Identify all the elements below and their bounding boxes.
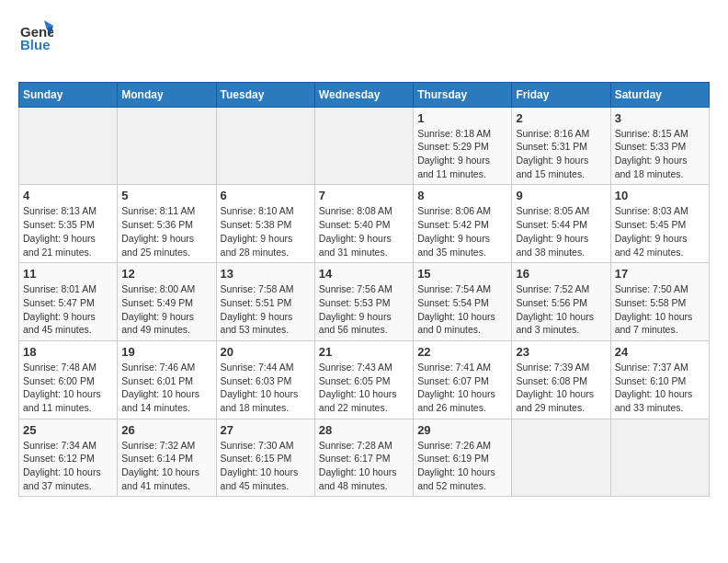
day-info: Sunrise: 7:28 AMSunset: 6:17 PMDaylight:… [319,439,409,493]
day-info: Sunrise: 8:03 AMSunset: 5:45 PMDaylight:… [615,204,705,259]
day-number: 10 [615,189,705,202]
day-info: Sunrise: 8:16 AMSunset: 5:31 PMDaylight:… [516,127,606,181]
calendar-day-cell [610,419,709,497]
day-info: Sunrise: 8:15 AMSunset: 5:33 PMDaylight:… [615,127,705,181]
day-info: Sunrise: 7:26 AMSunset: 6:19 PMDaylight:… [417,439,507,493]
day-number: 9 [516,189,606,202]
day-number: 18 [23,345,113,359]
calendar-day-cell: 22Sunrise: 7:41 AMSunset: 6:07 PMDayligh… [414,340,512,419]
day-number: 23 [516,345,606,359]
day-info: Sunrise: 7:30 AMSunset: 6:15 PMDaylight:… [221,439,311,493]
calendar-day-cell [118,107,216,185]
day-info: Sunrise: 7:48 AMSunset: 6:00 PMDaylight:… [23,361,113,415]
day-info: Sunrise: 8:06 AMSunset: 5:42 PMDaylight:… [417,204,507,259]
day-info: Sunrise: 8:05 AMSunset: 5:44 PMDaylight:… [516,204,606,259]
day-info: Sunrise: 7:58 AMSunset: 5:51 PMDaylight:… [221,282,311,337]
calendar-day-cell: 25Sunrise: 7:34 AMSunset: 6:12 PMDayligh… [19,419,118,497]
day-info: Sunrise: 7:50 AMSunset: 5:58 PMDaylight:… [615,282,705,337]
day-info: Sunrise: 7:43 AMSunset: 6:05 PMDaylight:… [319,361,409,415]
calendar-day-cell: 11Sunrise: 8:01 AMSunset: 5:47 PMDayligh… [19,263,118,341]
day-number: 16 [516,267,606,281]
day-number: 4 [23,189,113,202]
calendar-day-cell: 1Sunrise: 8:18 AMSunset: 5:29 PMDaylight… [414,107,512,185]
calendar-day-cell: 9Sunrise: 8:05 AMSunset: 5:44 PMDaylight… [512,185,610,263]
calendar-day-cell [314,107,413,185]
calendar-day-cell: 18Sunrise: 7:48 AMSunset: 6:00 PMDayligh… [19,340,118,419]
day-info: Sunrise: 7:37 AMSunset: 6:10 PMDaylight:… [615,361,705,415]
calendar-day-cell: 4Sunrise: 8:13 AMSunset: 5:35 PMDaylight… [19,185,118,263]
calendar-day-cell: 8Sunrise: 8:06 AMSunset: 5:42 PMDaylight… [414,185,512,263]
calendar-day-cell: 13Sunrise: 7:58 AMSunset: 5:51 PMDayligh… [216,263,314,341]
logo-icon: General Blue [18,18,53,53]
day-info: Sunrise: 7:56 AMSunset: 5:53 PMDaylight:… [319,282,409,337]
calendar-day-cell: 23Sunrise: 7:39 AMSunset: 6:08 PMDayligh… [512,340,610,419]
day-number: 12 [121,267,211,281]
day-number: 14 [319,267,409,281]
day-info: Sunrise: 8:18 AMSunset: 5:29 PMDaylight:… [417,127,507,181]
day-info: Sunrise: 7:46 AMSunset: 6:01 PMDaylight:… [121,361,211,415]
day-number: 19 [121,345,211,359]
day-info: Sunrise: 8:13 AMSunset: 5:35 PMDaylight:… [23,204,113,259]
calendar-day-cell: 16Sunrise: 7:52 AMSunset: 5:56 PMDayligh… [512,263,610,341]
day-number: 15 [417,267,507,281]
day-info: Sunrise: 8:11 AMSunset: 5:36 PMDaylight:… [121,204,211,259]
day-number: 26 [121,423,211,437]
calendar-day-cell: 28Sunrise: 7:28 AMSunset: 6:17 PMDayligh… [314,419,413,497]
day-of-week-header: Sunday [19,82,118,107]
calendar-day-cell: 10Sunrise: 8:03 AMSunset: 5:45 PMDayligh… [610,185,709,263]
day-number: 2 [516,111,606,125]
day-info: Sunrise: 8:00 AMSunset: 5:49 PMDaylight:… [121,282,211,337]
calendar-day-cell [19,107,118,185]
day-number: 25 [23,423,113,437]
calendar-header-row: SundayMondayTuesdayWednesdayThursdayFrid… [19,82,710,107]
calendar-day-cell: 15Sunrise: 7:54 AMSunset: 5:54 PMDayligh… [414,263,512,341]
calendar-day-cell [216,107,314,185]
day-info: Sunrise: 7:54 AMSunset: 5:54 PMDaylight:… [417,282,507,337]
calendar-day-cell: 7Sunrise: 8:08 AMSunset: 5:40 PMDaylight… [314,185,413,263]
day-number: 28 [319,423,409,437]
calendar-day-cell: 2Sunrise: 8:16 AMSunset: 5:31 PMDaylight… [512,107,610,185]
day-of-week-header: Saturday [610,82,709,107]
day-number: 22 [417,345,507,359]
day-number: 24 [615,345,705,359]
day-number: 7 [319,189,409,202]
day-number: 3 [615,111,705,125]
calendar-day-cell: 27Sunrise: 7:30 AMSunset: 6:15 PMDayligh… [216,419,314,497]
calendar-day-cell [512,419,610,497]
day-number: 11 [23,267,113,281]
day-info: Sunrise: 7:34 AMSunset: 6:12 PMDaylight:… [23,439,113,493]
day-of-week-header: Monday [118,82,216,107]
calendar-day-cell: 20Sunrise: 7:44 AMSunset: 6:03 PMDayligh… [216,340,314,419]
logo: General Blue [18,18,53,73]
day-info: Sunrise: 8:01 AMSunset: 5:47 PMDaylight:… [23,282,113,337]
day-number: 20 [221,345,311,359]
day-number: 5 [121,189,211,202]
day-number: 17 [615,267,705,281]
day-number: 6 [221,189,311,202]
day-of-week-header: Thursday [414,82,512,107]
calendar-day-cell: 29Sunrise: 7:26 AMSunset: 6:19 PMDayligh… [414,419,512,497]
day-of-week-header: Friday [512,82,610,107]
calendar-day-cell: 19Sunrise: 7:46 AMSunset: 6:01 PMDayligh… [118,340,216,419]
calendar-day-cell: 21Sunrise: 7:43 AMSunset: 6:05 PMDayligh… [314,340,413,419]
calendar-day-cell: 26Sunrise: 7:32 AMSunset: 6:14 PMDayligh… [118,419,216,497]
day-number: 21 [319,345,409,359]
day-number: 8 [417,189,507,202]
calendar-day-cell: 5Sunrise: 8:11 AMSunset: 5:36 PMDaylight… [118,185,216,263]
day-info: Sunrise: 7:39 AMSunset: 6:08 PMDaylight:… [516,361,606,415]
calendar-week-row: 11Sunrise: 8:01 AMSunset: 5:47 PMDayligh… [19,263,710,341]
calendar-day-cell: 24Sunrise: 7:37 AMSunset: 6:10 PMDayligh… [610,340,709,419]
page-header: General Blue [18,18,710,73]
calendar-week-row: 1Sunrise: 8:18 AMSunset: 5:29 PMDaylight… [19,107,710,185]
calendar-day-cell: 14Sunrise: 7:56 AMSunset: 5:53 PMDayligh… [314,263,413,341]
day-number: 29 [417,423,507,437]
calendar-day-cell: 12Sunrise: 8:00 AMSunset: 5:49 PMDayligh… [118,263,216,341]
day-of-week-header: Tuesday [216,82,314,107]
day-of-week-header: Wednesday [314,82,413,107]
calendar-week-row: 4Sunrise: 8:13 AMSunset: 5:35 PMDaylight… [19,185,710,263]
day-number: 27 [221,423,311,437]
day-info: Sunrise: 8:10 AMSunset: 5:38 PMDaylight:… [221,204,311,259]
calendar-day-cell: 3Sunrise: 8:15 AMSunset: 5:33 PMDaylight… [610,107,709,185]
calendar-day-cell: 17Sunrise: 7:50 AMSunset: 5:58 PMDayligh… [610,263,709,341]
calendar-day-cell: 6Sunrise: 8:10 AMSunset: 5:38 PMDaylight… [216,185,314,263]
